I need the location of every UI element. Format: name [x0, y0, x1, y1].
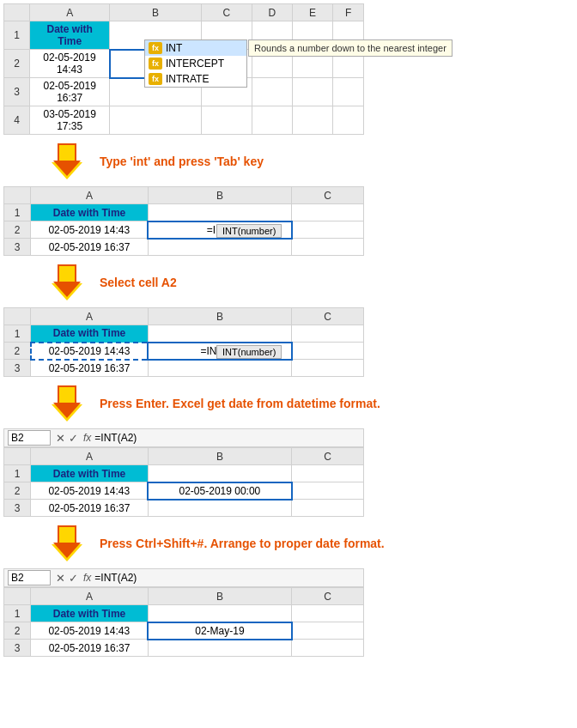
section-step1: A B C D E F 1 Date with Time: [0, 0, 577, 138]
col-header-c: C: [292, 588, 364, 605]
row-num: 2: [4, 221, 31, 239]
arrow-icon: [52, 525, 82, 561]
instruction-step4: Press Ctrl+Shift+#. Arrange to proper da…: [100, 537, 385, 550]
cell-ref-step4[interactable]: B2: [8, 430, 51, 446]
cell-b3: [148, 640, 292, 657]
col-header-rownum: [4, 187, 31, 204]
cell-c4: [201, 106, 252, 135]
arrow-icon: [52, 264, 82, 300]
cell-b2-result[interactable]: 02-05-2019 00:00: [148, 482, 292, 500]
col-header-rownum: [4, 308, 31, 325]
cell-c2: [292, 221, 364, 239]
row-num: 3: [4, 360, 31, 377]
formula-bar-step4: B2 ✕ ✓ fx =INT(A2): [3, 428, 364, 447]
cell-d3: [252, 78, 292, 106]
cell-a2[interactable]: 02-05-2019 14:43: [30, 50, 110, 78]
row-num: 2: [4, 50, 30, 78]
table-row: 2 02-05-2019 14:43 =INT(: [4, 221, 364, 239]
spreadsheet-step4: A B C 1 Date with Time 2 02-05-2019 14:4…: [3, 447, 364, 517]
cell-e3: [292, 78, 332, 106]
formula-bar-step5: B2 ✕ ✓ fx =INT(A2): [3, 568, 364, 587]
cell-c2: [292, 343, 364, 360]
arrow-shaft: [58, 385, 76, 404]
row-num: 2: [4, 343, 31, 360]
cell-a1: Date with Time: [31, 605, 148, 622]
cell-a3[interactable]: 02-05-2019 16:37: [30, 78, 110, 106]
arrow-head: [52, 283, 82, 300]
arrow-icon: [52, 385, 82, 422]
col-header-rownum: [4, 448, 31, 465]
cell-c3: [292, 640, 364, 657]
formula-content-step5[interactable]: =INT(A2): [94, 572, 360, 584]
cancel-icon[interactable]: ✕: [56, 432, 65, 445]
arrow-shaft: [58, 143, 76, 162]
autocomplete-item-intrate[interactable]: fx INTRATE: [145, 71, 246, 87]
arrow-head: [52, 544, 82, 561]
cell-c3: [292, 360, 364, 377]
col-header-c: C: [292, 308, 364, 325]
cell-a1: Date with Time: [31, 465, 148, 482]
row-num: 1: [4, 325, 31, 343]
confirm-icon[interactable]: ✓: [69, 432, 78, 445]
table-row: 3 02-05-2019 16:37: [4, 500, 364, 517]
cell-c2: [292, 482, 364, 500]
autocomplete-label: INTERCEPT: [166, 58, 224, 70]
cell-f3: [333, 78, 364, 106]
fn-icon: fx: [149, 58, 162, 70]
col-header-b: B: [148, 588, 292, 605]
arrow-step1: Type 'int' and press 'Tab' key: [52, 143, 577, 179]
formula-content-step4[interactable]: =INT(A2): [94, 432, 360, 444]
table-row: 3 02-05-2019 16:37: [4, 640, 364, 657]
table-row: 1 Date with Time: [4, 465, 364, 482]
autocomplete-item-int[interactable]: fx INT: [145, 40, 246, 56]
col-header-a: A: [30, 4, 110, 21]
cell-a3: 02-05-2019 16:37: [31, 360, 148, 377]
col-header-a: A: [31, 588, 148, 605]
cell-c3: [292, 500, 364, 517]
row-num: 2: [4, 482, 31, 500]
cell-a4[interactable]: 03-05-2019 17:35: [30, 106, 110, 135]
col-header-a: A: [31, 187, 148, 204]
col-header-rownum: [4, 4, 30, 21]
cell-a1: Date with Time: [31, 204, 148, 221]
spreadsheet-step5: A B C 1 Date with Time 2 02-05-2019 14:4…: [3, 587, 364, 657]
col-header-b: B: [110, 4, 201, 21]
cell-a1[interactable]: Date with Time: [30, 21, 110, 50]
row-num: 3: [4, 640, 31, 657]
section-step5: B2 ✕ ✓ fx =INT(A2) A B C 1 Date with Tim…: [0, 565, 577, 660]
row-num: 1: [4, 21, 30, 50]
row-num: 1: [4, 204, 31, 221]
cell-b3: [148, 500, 292, 517]
cell-a2: 02-05-2019 14:43: [31, 482, 148, 500]
arrow-shaft: [58, 525, 76, 544]
arrow-shaft: [58, 264, 76, 283]
formula-icons: ✕ ✓: [56, 432, 78, 445]
arrow-step4: Press Ctrl+Shift+#. Arrange to proper da…: [52, 525, 577, 561]
arrow-head: [52, 404, 82, 422]
cell-ref-step5[interactable]: B2: [8, 570, 51, 585]
cell-a2: 02-05-2019 14:43: [31, 221, 148, 239]
arrow-step2: Select cell A2: [52, 264, 577, 300]
cancel-icon[interactable]: ✕: [56, 572, 65, 585]
autocomplete-label: INTRATE: [166, 73, 209, 85]
cell-a3: 02-05-2019 16:37: [31, 239, 148, 256]
confirm-icon[interactable]: ✓: [69, 572, 78, 585]
cell-b4: [110, 106, 201, 135]
autocomplete-label: INT: [166, 42, 182, 54]
cell-c1: [292, 465, 364, 482]
autocomplete-item-intercept[interactable]: fx INTERCEPT: [145, 56, 246, 71]
section-step4: B2 ✕ ✓ fx =INT(A2) A B C 1 Date with Tim…: [0, 425, 577, 520]
cell-a3: 02-05-2019 16:37: [31, 640, 148, 657]
table-row: 2 02-05-2019 14:43 =INT(A2: [4, 343, 364, 360]
hint-box-step2: INT(number): [216, 222, 282, 238]
fx-label: fx: [83, 432, 91, 444]
cell-a3: 02-05-2019 16:37: [31, 500, 148, 517]
cell-a2-selected[interactable]: 02-05-2019 14:43: [31, 343, 148, 360]
table-row: 2 02-05-2019 14:43 02-May-19: [4, 622, 364, 640]
cell-c3: [292, 239, 364, 256]
table-row: 4 03-05-2019 17:35: [4, 106, 364, 135]
col-header-d: D: [252, 4, 292, 21]
cell-b2-result-final[interactable]: 02-May-19: [148, 622, 292, 640]
col-header-a: A: [31, 448, 148, 465]
col-header-rownum: [4, 588, 31, 605]
